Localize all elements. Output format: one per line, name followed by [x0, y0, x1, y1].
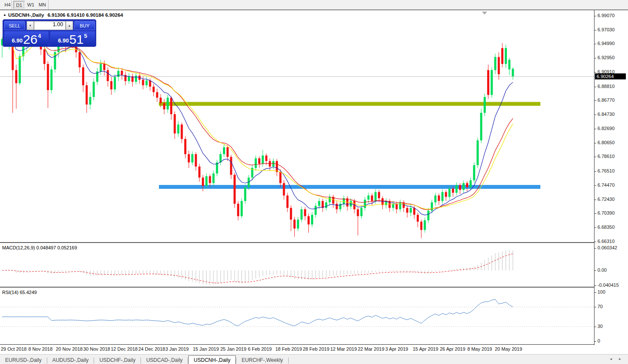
price-axis-label: 6.92950: [598, 55, 615, 60]
time-axis-label: 3 Apr 2019: [385, 346, 408, 352]
time-axis-label: 24 Dec 2018: [138, 346, 165, 352]
price-axis[interactable]: 6.90264 6.990706.970306.949906.929506.90…: [594, 10, 628, 345]
sell-button[interactable]: SELL: [4, 21, 25, 30]
time-axis-label: 22 Mar 2019: [358, 346, 384, 352]
symbol-tab-audusd[interactable]: AUDUSD-,Daily: [47, 356, 94, 364]
macd-label: MACD(12,26,9) 0.048497 0.052169: [2, 245, 77, 250]
axis-tick: [594, 270, 596, 271]
tabs-scroll-right-icon[interactable]: ▸: [619, 357, 621, 361]
price-axis-label: 6.70390: [598, 210, 615, 215]
timeframe-button-d1[interactable]: D1: [13, 1, 25, 9]
macd-axis-label: 0.00: [598, 267, 607, 273]
volume-increase-button[interactable]: ▲: [66, 21, 73, 30]
price-axis-label: 6.99070: [598, 13, 615, 18]
buy-price-display[interactable]: 6.90 51 5: [50, 31, 95, 46]
time-axis-label: 8 Nov 2018: [28, 346, 52, 352]
price-axis-label: 6.86770: [598, 97, 615, 103]
axis-tick: [594, 292, 596, 293]
axis-tick: [594, 16, 596, 16]
axis-tick: [594, 100, 596, 101]
rsi-axis-label: 70: [598, 304, 603, 309]
chart-header: ▲USDCNH-,Daily6.91306 6.91410 6.90184 6.…: [3, 12, 123, 18]
price-axis-label: 6.66310: [598, 239, 615, 244]
price-axis-label: 6.88810: [598, 84, 615, 89]
tabs-scroll-left-icon[interactable]: ◂: [610, 357, 612, 361]
time-axis-label: 20 May 2019: [495, 346, 522, 352]
chart-symbol-title: USDCNH-,Daily: [8, 12, 44, 18]
axis-tick: [594, 58, 596, 58]
timeframe-toolbar: H4D1W1MN: [0, 0, 628, 10]
price-axis-label: 6.72430: [598, 197, 615, 202]
rsi-axis-label: 100: [598, 289, 605, 294]
main-chart-panel[interactable]: ▲USDCNH-,Daily6.91306 6.91410 6.90184 6.…: [0, 10, 594, 243]
tab-separator: [288, 358, 289, 364]
price-axis-label: 6.68350: [598, 224, 615, 230]
symbol-tab-usdcad[interactable]: USDCAD-,Daily: [141, 356, 188, 364]
time-axis-label: 20 Nov 2018: [56, 346, 82, 352]
timeframe-button-w1[interactable]: W1: [25, 1, 37, 9]
price-axis-label: 6.94990: [598, 41, 615, 46]
buy-button[interactable]: BUY: [74, 21, 95, 30]
rsi-panel[interactable]: RSI(14) 65.4249: [0, 288, 594, 345]
axis-tick: [594, 200, 596, 200]
axis-tick: [594, 242, 596, 242]
time-axis-label: 28 Feb 2019: [303, 346, 329, 352]
axis-tick: [594, 307, 596, 307]
sell-price-display[interactable]: 6.90 26 4: [4, 31, 49, 46]
macd-panel[interactable]: MACD(12,26,9) 0.048497 0.052169: [0, 244, 594, 288]
axis-tick: [594, 228, 596, 228]
timeframe-button-mn[interactable]: MN: [37, 1, 48, 9]
price-axis-label: 6.97030: [598, 27, 615, 32]
price-axis-label: 6.84730: [598, 112, 615, 117]
one-click-trading-panel: SELL ▼ 1.00 ▲ BUY 6.90 26 4 6.90 51 5: [3, 19, 96, 47]
symbol-tab-usdcnh[interactable]: USDCNH-,Daily: [188, 355, 236, 364]
time-axis-label: 29 Oct 2018: [1, 346, 27, 352]
time-axis-label: 15 Apr 2019: [413, 346, 438, 352]
axis-tick: [594, 341, 596, 342]
axis-tick: [594, 185, 596, 186]
rsi-axis-label: 30: [598, 324, 603, 329]
sell-price-pips: 26: [23, 34, 37, 45]
symbol-tab-bar: EURUSD-,DailyAUDUSD-,DailyUSDCHF-,DailyU…: [0, 354, 628, 364]
volume-input[interactable]: 1.00: [34, 21, 66, 30]
time-axis-label: 30 Nov 2018: [83, 346, 110, 352]
rsi-axis-label: 0: [598, 338, 600, 343]
symbol-tab-eurchf[interactable]: EURCHF-,Weekly: [236, 356, 288, 364]
axis-tick: [594, 44, 596, 44]
axis-tick: [594, 87, 596, 87]
symbol-tab-usdchf[interactable]: USDCHF-,Daily: [94, 356, 140, 364]
time-axis-label: 6 Feb 2019: [248, 346, 272, 352]
volume-decrease-button[interactable]: ▼: [27, 21, 34, 30]
collapse-panel-icon[interactable]: ▲: [3, 13, 6, 17]
time-axis-label: 18 Feb 2019: [275, 346, 302, 352]
price-axis-label: 6.74470: [598, 182, 615, 188]
time-axis-label: 8 May 2019: [467, 346, 492, 352]
price-axis-label: 6.78610: [598, 154, 615, 159]
macd-axis-label: -0.040415: [598, 282, 619, 288]
axis-tick: [594, 327, 596, 327]
symbol-tab-eurusd[interactable]: EURUSD-,Daily: [0, 356, 47, 364]
toolbar-separator: [48, 0, 49, 9]
chart-ohlc-values: 6.91306 6.91410 6.90184 6.90264: [48, 12, 123, 18]
chart-shift-marker-icon[interactable]: [482, 12, 487, 15]
axis-tick: [594, 115, 596, 115]
price-axis-label: 6.82690: [598, 126, 615, 131]
buy-price-pips: 51: [69, 34, 83, 45]
time-axis-label: 12 Mar 2019: [330, 346, 357, 352]
axis-tick: [594, 129, 596, 129]
sell-price-point: 4: [38, 33, 41, 39]
axis-tick: [594, 143, 596, 143]
time-axis-label: 12 Dec 2018: [111, 346, 137, 352]
axis-tick: [594, 285, 596, 286]
buy-price-base: 6.90: [58, 37, 69, 44]
rsi-label: RSI(14) 65.4249: [2, 290, 37, 295]
price-axis-label: 6.80650: [598, 140, 615, 145]
axis-tick: [594, 157, 596, 157]
time-axis-label: 15 Jan 2019: [193, 346, 219, 352]
axis-tick: [594, 72, 596, 73]
macd-axis-label: 0.060342: [598, 245, 617, 250]
time-axis[interactable]: 29 Oct 20188 Nov 201820 Nov 201830 Nov 2…: [0, 345, 594, 354]
buy-price-point: 5: [84, 33, 87, 39]
time-axis-label: 3 Jan 2019: [165, 346, 189, 352]
current-price-tag: 6.90264: [595, 73, 626, 79]
